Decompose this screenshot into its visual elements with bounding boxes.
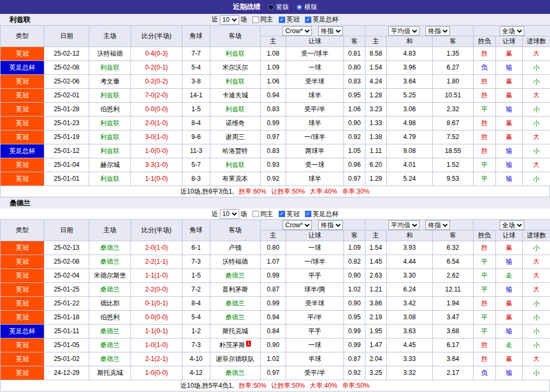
score-cell[interactable]: 1-0(0-0): [131, 366, 182, 380]
result-goals-cell: 小: [523, 75, 550, 89]
layout-radio-horizontal[interactable]: 横版: [296, 3, 317, 12]
checkbox-icon[interactable]: [279, 211, 285, 217]
recent-count-select[interactable]: 10: [220, 15, 239, 25]
avg-stage-select[interactable]: 终指: [425, 26, 450, 36]
avg-select[interactable]: 平均值: [388, 26, 419, 36]
match-row: 英足总杯25-02-08利兹联0-2(0-1)5-4米尔沃尔1.09一球0.80…: [1, 61, 550, 75]
radio-icon[interactable]: [268, 4, 274, 10]
fulltime-select[interactable]: 全场: [500, 26, 524, 36]
away-team-cell[interactable]: 桑德兰: [210, 366, 261, 380]
home-team-cell[interactable]: 桑德兰: [89, 241, 131, 255]
home-team-cell[interactable]: 桑德兰: [89, 255, 131, 269]
checkbox-icon[interactable]: [305, 211, 311, 217]
score-cell[interactable]: 7-0(2-0): [131, 89, 182, 103]
home-team-cell[interactable]: 利兹联: [89, 117, 131, 130]
championship-checkbox[interactable]: 英冠: [279, 15, 300, 24]
score-cell[interactable]: 0-0(0-0): [131, 103, 182, 117]
same-home-checkbox[interactable]: 同主: [253, 210, 273, 219]
score-cell[interactable]: 1-1(0-1): [131, 325, 182, 339]
score-cell[interactable]: 0-1(0-1): [131, 297, 182, 311]
same-home-checkbox[interactable]: 同主: [253, 15, 273, 24]
score-cell[interactable]: 2-2(0-0): [131, 283, 182, 297]
away-team-cell[interactable]: 布莱克本: [210, 172, 261, 186]
home-team-cell[interactable]: 伯恩利: [89, 311, 131, 325]
home-team-cell[interactable]: 德比郡: [89, 297, 131, 311]
away-team-cell[interactable]: 桑德兰: [210, 297, 261, 311]
score-cell[interactable]: 2-2(1-1): [131, 255, 182, 269]
avg-draw-odds-cell: 9.08: [387, 144, 433, 158]
home-team-cell[interactable]: 桑德兰: [89, 325, 131, 339]
checkbox-icon[interactable]: [305, 17, 311, 23]
home-team-cell[interactable]: 沃特福德: [89, 47, 131, 61]
championship-checkbox[interactable]: 英冠: [279, 210, 300, 219]
odds-stage-select[interactable]: 终指: [318, 220, 343, 230]
checkbox-label: 同主: [261, 210, 273, 219]
away-team-cell[interactable]: 卢顿: [210, 241, 261, 255]
home-team-cell[interactable]: 米德尔斯堡: [89, 269, 131, 283]
avg-away-odds-cell: 1.94: [433, 297, 473, 311]
away-team-cell[interactable]: 利兹联: [210, 103, 261, 117]
home-team-cell[interactable]: 利兹联: [89, 172, 131, 186]
score-cell[interactable]: 1-1(1-0): [131, 269, 182, 283]
avg-select[interactable]: 平均值: [388, 220, 419, 230]
home-team-cell[interactable]: 利兹联: [89, 61, 131, 75]
home-team-cell[interactable]: 赫尔城: [89, 158, 131, 172]
score-cell[interactable]: 2-1(2-1): [131, 352, 182, 366]
away-team-cell[interactable]: 卡迪夫城: [210, 89, 261, 103]
away-team-cell[interactable]: 朴茨茅斯1: [210, 339, 261, 352]
team-name[interactable]: 利兹联: [10, 15, 30, 25]
away-team-cell[interactable]: 谢菲尔德联队: [210, 352, 261, 366]
score-cell[interactable]: 0-2(0-1): [131, 61, 182, 75]
recent-count-select[interactable]: 10: [220, 209, 239, 219]
score-cell[interactable]: 1-0(0-0): [131, 144, 182, 158]
home-team-cell[interactable]: 伯恩利: [89, 103, 131, 117]
away-team-cell[interactable]: 谢周三: [210, 130, 261, 144]
odds-company-select[interactable]: Crow*: [282, 220, 312, 230]
score-cell[interactable]: 2-0(1-0): [131, 241, 182, 255]
fulltime-select[interactable]: 全场: [500, 220, 524, 230]
away-team-cell[interactable]: 诺维奇: [210, 117, 261, 130]
away-team-cell[interactable]: 桑德兰: [210, 311, 261, 325]
layout-radio-vertical[interactable]: 竖版: [268, 3, 289, 12]
score-cell[interactable]: 1-1(0-0): [131, 172, 182, 186]
score-cell[interactable]: 1-0(1-0): [131, 339, 182, 352]
score-cell[interactable]: 2-0(1-0): [131, 117, 182, 130]
checkbox-icon[interactable]: [253, 17, 259, 23]
away-team-cell[interactable]: 利兹联: [210, 158, 261, 172]
away-team-cell[interactable]: 沃特福德: [210, 255, 261, 269]
odds-company-select[interactable]: Crow*: [282, 26, 312, 36]
score-cell[interactable]: 0-0(0-0): [131, 311, 182, 325]
score-cell[interactable]: 0-4(0-3): [131, 47, 182, 61]
checkbox-icon[interactable]: [279, 17, 285, 23]
home-team-cell[interactable]: 利兹联: [89, 144, 131, 158]
header-result-outcome: 胜负: [473, 230, 496, 241]
score-cell[interactable]: 3-0(1-0): [131, 130, 182, 144]
result-outcome-cell: 胜: [473, 297, 496, 311]
checkbox-icon[interactable]: [253, 211, 259, 217]
home-team-cell[interactable]: 利兹联: [89, 130, 131, 144]
home-team-cell[interactable]: 考文垂: [89, 75, 131, 89]
home-team-cell[interactable]: 桑德兰: [89, 352, 131, 366]
away-team-cell[interactable]: 普利茅斯: [210, 283, 261, 297]
fa-cup-checkbox[interactable]: 英足总杯: [305, 15, 339, 24]
away-team-cell[interactable]: 米尔沃尔: [210, 61, 261, 75]
away-team-cell[interactable]: 哈洛贾特: [210, 144, 261, 158]
away-team-cell[interactable]: 利兹联: [210, 75, 261, 89]
result-goals-cell: 小: [523, 61, 550, 75]
home-team-cell[interactable]: 利兹联: [89, 89, 131, 103]
avg-away-odds-cell: 6.32: [433, 241, 473, 255]
fa-cup-checkbox[interactable]: 英足总杯: [305, 210, 339, 219]
home-team-cell[interactable]: 桑德兰: [89, 339, 131, 352]
avg-stage-select[interactable]: 终指: [425, 220, 450, 230]
away-team-cell[interactable]: 利兹联: [210, 47, 261, 61]
away-team-cell[interactable]: 桑德兰: [210, 269, 261, 283]
home-team-cell[interactable]: 桑德兰: [89, 283, 131, 297]
score-cell[interactable]: 3-3(1-0): [131, 158, 182, 172]
home-team-cell[interactable]: 斯托克城: [89, 366, 131, 380]
odds-stage-select[interactable]: 终指: [318, 26, 343, 36]
score-cell[interactable]: 0-2(0-2): [131, 75, 182, 89]
handicap-cell: 一/球半: [286, 130, 344, 144]
away-team-cell[interactable]: 斯托克城: [210, 325, 261, 339]
team-name[interactable]: 桑德兰: [10, 198, 30, 208]
radio-icon[interactable]: [296, 4, 302, 10]
